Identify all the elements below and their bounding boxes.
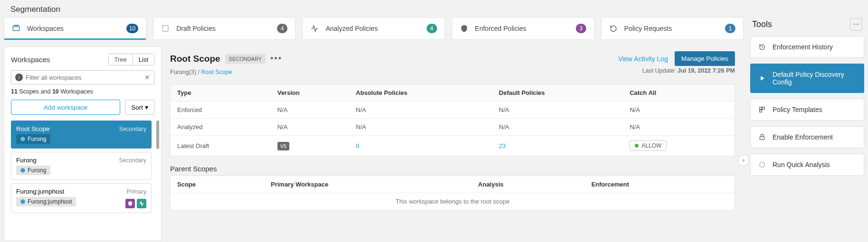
allow-pill: ALLOW (630, 140, 667, 151)
tool-enable-enforcement[interactable]: Enable Enforcement (750, 126, 864, 148)
ws-name: Furong:jumphost (16, 188, 64, 195)
pulse-icon (137, 199, 146, 208)
tab-draft-policies[interactable]: Draft Policies 4 (153, 17, 296, 40)
workspaces-icon (12, 24, 20, 33)
view-toggle: Tree List (108, 54, 154, 65)
tool-label: Default Policy Discovery Config (773, 71, 856, 86)
tool-label: Policy Templates (773, 106, 822, 113)
scope-table: Scope Primary Workspace Analysis Enforce… (170, 176, 735, 210)
tab-label: Draft Policies (176, 25, 215, 32)
th-def: Default Policies (492, 84, 623, 102)
svg-rect-4 (763, 107, 765, 110)
svg-rect-1 (14, 25, 19, 26)
scope-title: Root Scope (170, 54, 220, 64)
tab-badge: 1 (725, 24, 735, 33)
ws-chip: Furong:jumphost (16, 197, 76, 206)
th-type: Type (171, 84, 271, 102)
manage-policies-button[interactable]: Manage Policies (675, 51, 735, 66)
scrollbar[interactable] (156, 121, 159, 149)
cube-icon (20, 136, 26, 142)
draft-icon (161, 24, 170, 33)
svg-point-7 (760, 162, 765, 168)
caret-down-icon: ▾ (145, 103, 148, 111)
filter-row: i ✕ (11, 70, 154, 84)
th-catch: Catch All (623, 84, 734, 102)
table-row: AnalyzedN/AN/AN/AN/A (171, 119, 735, 136)
tool-default-policy-discovery[interactable]: Default Policy Discovery Config (750, 64, 864, 93)
tool-label: Run Quick Analysis (773, 161, 830, 168)
clear-filter-icon[interactable]: ✕ (144, 74, 150, 81)
play-icon (758, 74, 766, 82)
toggle-tree[interactable]: Tree (109, 54, 133, 65)
filter-input[interactable] (26, 74, 144, 81)
tool-run-quick-analysis[interactable]: Run Quick Analysis (750, 154, 864, 176)
toggle-list[interactable]: List (133, 54, 154, 65)
workspace-card-furong-jumphost[interactable]: Furong:jumphostPrimary Furong:jumphost (11, 183, 152, 213)
view-activity-log-link[interactable]: View Activity Log (618, 55, 668, 63)
th-abs: Absolute Policies (349, 84, 492, 102)
workspace-card-furong[interactable]: FurongSecondary Furong (11, 152, 152, 180)
th-analysis: Analysis (471, 176, 584, 193)
breadcrumb-link[interactable]: Root Scope (201, 69, 232, 75)
policy-table: Type Version Absolute Policies Default P… (170, 84, 735, 156)
def-link[interactable]: 23 (499, 142, 506, 149)
tool-label: Enable Enforcement (773, 133, 833, 141)
svg-rect-0 (13, 27, 19, 31)
tab-label: Analyzed Policies (325, 25, 378, 32)
th-primary: Primary Workspace (264, 176, 471, 193)
page-title: Segmentation (0, 0, 868, 17)
th-scope: Scope (171, 176, 264, 193)
ws-tag: Secondary (119, 126, 146, 132)
left-pane: Workspaces Tree List i ✕ 11 Scopes and 1… (4, 47, 162, 241)
th-version: Version (271, 84, 349, 102)
svg-rect-3 (760, 107, 762, 110)
scope-chip: SECONDARY (225, 54, 266, 64)
tool-label: Enforcement History (773, 43, 833, 51)
chevron-right-icon (741, 158, 746, 163)
workspaces-title: Workspaces (11, 56, 50, 64)
tabs-row: Workspaces 10 Draft Policies 4 Analyzed … (4, 17, 744, 40)
cube-icon (20, 199, 26, 205)
enforced-icon (460, 24, 468, 33)
table-row: EnforcedN/AN/AN/AN/A (171, 102, 735, 119)
tab-label: Enforced Policies (475, 25, 526, 32)
sort-button[interactable]: Sort▾ (125, 100, 154, 115)
cube-icon (20, 168, 26, 173)
tab-policy-requests[interactable]: Policy Requests 1 (601, 17, 744, 40)
tab-enforced-policies[interactable]: Enforced Policies 3 (452, 17, 594, 40)
tool-enforcement-history[interactable]: Enforcement History (750, 36, 864, 58)
tools-title: Tools (752, 19, 772, 29)
tab-badge: 4 (427, 24, 437, 33)
tab-workspaces[interactable]: Workspaces 10 (4, 17, 146, 40)
info-icon: i (15, 74, 23, 81)
tab-badge: 3 (576, 24, 586, 33)
tab-badge: 4 (277, 24, 287, 33)
collapse-arrow[interactable] (738, 155, 749, 166)
analyzed-icon (310, 24, 319, 33)
svg-rect-6 (760, 137, 764, 140)
last-update: Last Update: Jul 19, 2022 7:26 PM (642, 67, 735, 74)
tab-badge: 10 (126, 24, 138, 33)
th-enforcement: Enforcement (585, 176, 735, 193)
tool-policy-templates[interactable]: Policy Templates (750, 99, 864, 121)
parent-scopes-title: Parent Scopes (170, 165, 735, 173)
workspace-card-root-scope[interactable]: Root ScopeSecondary Furong (11, 121, 152, 149)
loader-icon (758, 161, 766, 168)
ws-tag: Primary (127, 188, 146, 195)
history-icon (758, 43, 766, 51)
ws-chip: Furong (16, 166, 50, 175)
more-icon[interactable]: ••• (270, 54, 282, 64)
scope-empty-msg: This workspace belongs to the root scope (171, 193, 735, 210)
shield-icon (125, 199, 135, 208)
tab-analyzed-policies[interactable]: Analyzed Policies 4 (302, 17, 445, 40)
tools-menu-button[interactable]: ⋯ (850, 18, 862, 30)
requests-icon (609, 24, 618, 33)
tools-panel: Tools ⋯ Enforcement History Default Poli… (750, 17, 864, 241)
add-workspace-button[interactable]: Add workspace (11, 100, 120, 115)
summary-line: 11 Scopes and 10 Workspaces (11, 88, 154, 95)
dot-icon (635, 144, 639, 148)
tab-label: Workspaces (27, 25, 64, 32)
ws-chip: Furong (16, 134, 50, 144)
ws-name: Furong (16, 157, 37, 164)
abs-link[interactable]: 0 (356, 142, 359, 149)
